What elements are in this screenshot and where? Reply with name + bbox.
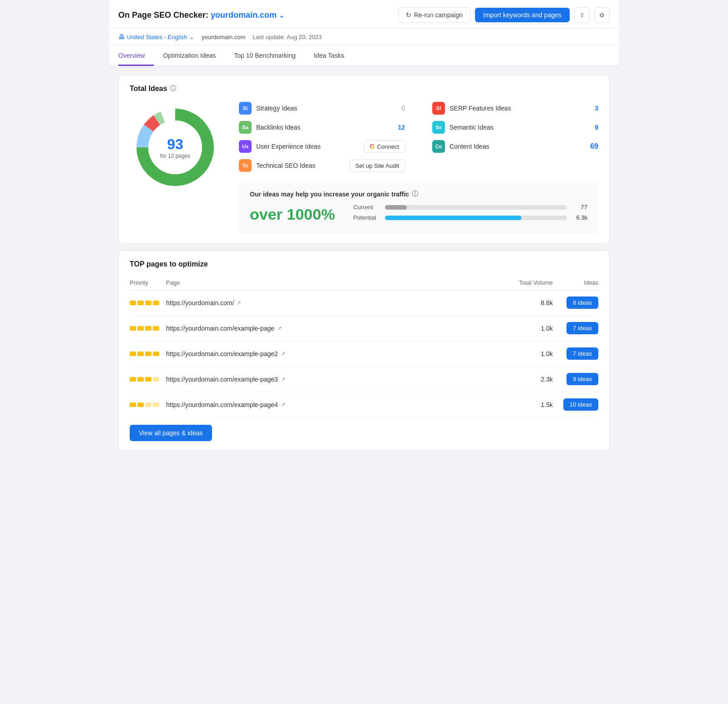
- idea-row-semantic: Se Semantic Ideas 9: [432, 121, 598, 134]
- last-update-text: Last update: Aug 20, 2023: [253, 34, 322, 40]
- monitor-icon: 🖶: [118, 33, 125, 40]
- page-url-4: https://yourdomain.com/example-page3: [166, 376, 278, 383]
- traffic-title: Our ideas may help you increase your org…: [250, 190, 587, 198]
- header-right: ↻ Re-run campaign Import keywords and pa…: [398, 7, 610, 23]
- donut-subtitle: for 12 pages: [160, 153, 191, 159]
- potential-bar-fill: [385, 216, 521, 220]
- table-row: https://yourdomain.com/example-page3 ↗ 2…: [130, 367, 598, 392]
- ideas-button-5[interactable]: 10 ideas: [563, 398, 598, 411]
- ideas-button-4[interactable]: 9 ideas: [566, 373, 598, 385]
- donut-chart: 93 for 12 pages: [130, 102, 221, 193]
- ideas-button-1[interactable]: 8 ideas: [566, 297, 598, 309]
- badge-ux: Ux: [239, 140, 252, 153]
- page-link-5[interactable]: https://yourdomain.com/example-page4 ↗: [166, 401, 498, 408]
- badge-serp: Sf: [432, 102, 445, 115]
- ideas-cell-4: 9 ideas: [553, 373, 598, 385]
- page-link-4[interactable]: https://yourdomain.com/example-page3 ↗: [166, 376, 498, 383]
- page-link-2[interactable]: https://yourdomain.com/example-page ↗: [166, 325, 498, 332]
- badge-semantic: Se: [432, 121, 445, 134]
- table-header: Priority Page Total Volume Ideas: [130, 276, 598, 290]
- traffic-percent: over 1000%: [250, 206, 335, 223]
- ideas-grid-inner: St Strategy Ideas 0 Sf SERP Features Ide…: [239, 102, 598, 172]
- priority-bar: [137, 377, 144, 382]
- priority-bar: [137, 301, 144, 305]
- priority-bar: [137, 326, 144, 331]
- priority-bars-2: [130, 326, 166, 331]
- header: On Page SEO Checker: yourdomain.com ⌄ ↻ …: [109, 0, 619, 29]
- priority-bar: [130, 301, 136, 305]
- badge-backlinks: Ba: [239, 121, 252, 134]
- priority-bars-5: [130, 402, 166, 407]
- tab-overview[interactable]: Overview: [118, 45, 154, 66]
- connect-button[interactable]: G Connect: [364, 140, 405, 153]
- backlinks-count: 12: [391, 124, 405, 131]
- rerun-button[interactable]: ↻ Re-run campaign: [398, 7, 470, 23]
- chevron-down-icon[interactable]: ⌄: [279, 12, 284, 19]
- volume-3: 1.0k: [498, 350, 553, 357]
- external-link-icon: ↗: [281, 351, 285, 357]
- current-bar-track: [385, 205, 567, 210]
- top-pages-card: TOP pages to optimize Priority Page Tota…: [118, 251, 610, 451]
- priority-bar: [137, 352, 144, 356]
- gear-icon: ⚙: [599, 12, 605, 19]
- ideas-cell-3: 7 ideas: [553, 347, 598, 360]
- top-pages-title: TOP pages to optimize: [130, 260, 598, 268]
- upload-icon: ⇧: [580, 12, 585, 19]
- backlinks-label: Backlinks Ideas: [256, 124, 387, 131]
- external-link-icon: ↗: [281, 376, 285, 382]
- view-all-button[interactable]: View all pages & ideas: [130, 425, 212, 441]
- tab-idea-tasks[interactable]: Idea Tasks: [305, 45, 354, 66]
- strategy-count: 0: [391, 105, 405, 112]
- tab-optimization-ideas[interactable]: Optimization Ideas: [154, 45, 225, 66]
- title-text: On Page SEO Checker:: [118, 10, 208, 20]
- main-content: Total Ideas ⓘ: [109, 66, 619, 460]
- table-row: https://yourdomain.com/example-page ↗ 1.…: [130, 316, 598, 341]
- idea-row-serp: Sf SERP Features Ideas 3: [432, 102, 598, 115]
- settings-button[interactable]: ⚙: [594, 7, 610, 23]
- import-button[interactable]: Import keywords and pages: [475, 8, 570, 22]
- current-bar-row: Current 77: [353, 204, 587, 211]
- page-link-1[interactable]: https://yourdomain.com/ ↗: [166, 299, 498, 307]
- volume-4: 2.3k: [498, 376, 553, 383]
- priority-bar: [153, 326, 159, 331]
- priority-bar: [145, 326, 152, 331]
- google-icon: G: [370, 143, 375, 150]
- strategy-label: Strategy Ideas: [256, 105, 387, 112]
- page-link-3[interactable]: https://yourdomain.com/example-page2 ↗: [166, 350, 498, 357]
- site-audit-button[interactable]: Set up Site Audit: [349, 160, 405, 172]
- ideas-content: 93 for 12 pages St Strategy Ideas 0: [130, 102, 598, 234]
- ideas-button-3[interactable]: 7 ideas: [566, 347, 598, 360]
- subdomain-text: yourdomain.com: [202, 34, 245, 40]
- potential-bar-track: [385, 216, 567, 220]
- site-audit-label: Set up Site Audit: [355, 162, 399, 169]
- priority-bar: [145, 377, 152, 382]
- traffic-title-text: Our ideas may help you increase your org…: [250, 191, 409, 198]
- priority-bar: [153, 352, 159, 356]
- semantic-count: 9: [585, 124, 598, 131]
- priority-bar: [145, 301, 152, 305]
- traffic-box: Our ideas may help you increase your org…: [239, 181, 598, 234]
- badge-strategy: St: [239, 102, 252, 115]
- idea-row-strategy: St Strategy Ideas 0: [239, 102, 405, 115]
- traffic-info-icon[interactable]: ⓘ: [412, 190, 418, 198]
- priority-bars-1: [130, 301, 166, 305]
- volume-1: 8.6k: [498, 299, 553, 307]
- potential-value: 6.3k: [571, 214, 587, 221]
- current-bar-fill: [385, 205, 407, 210]
- ideas-button-2[interactable]: 7 ideas: [566, 322, 598, 334]
- nav-tabs: Overview Optimization Ideas Top 10 Bench…: [109, 45, 619, 66]
- page-url-1: https://yourdomain.com/: [166, 299, 234, 307]
- col-priority: Priority: [130, 279, 166, 286]
- refresh-icon: ↻: [406, 11, 411, 19]
- info-icon[interactable]: ⓘ: [170, 85, 176, 93]
- total-ideas-card: Total Ideas ⓘ: [118, 75, 610, 243]
- domain-text: yourdomain.com: [211, 10, 277, 20]
- serp-count: 3: [585, 105, 598, 112]
- priority-bar: [130, 352, 136, 356]
- export-button[interactable]: ⇧: [574, 7, 590, 23]
- table-row: https://yourdomain.com/example-page4 ↗ 1…: [130, 392, 598, 417]
- sub-header: 🖶 United States - English ⌄ yourdomain.c…: [109, 29, 619, 45]
- location-selector[interactable]: 🖶 United States - English ⌄: [118, 33, 194, 40]
- tab-top10-benchmarking[interactable]: Top 10 Benchmarking: [225, 45, 304, 66]
- page-url-2: https://yourdomain.com/example-page: [166, 325, 274, 332]
